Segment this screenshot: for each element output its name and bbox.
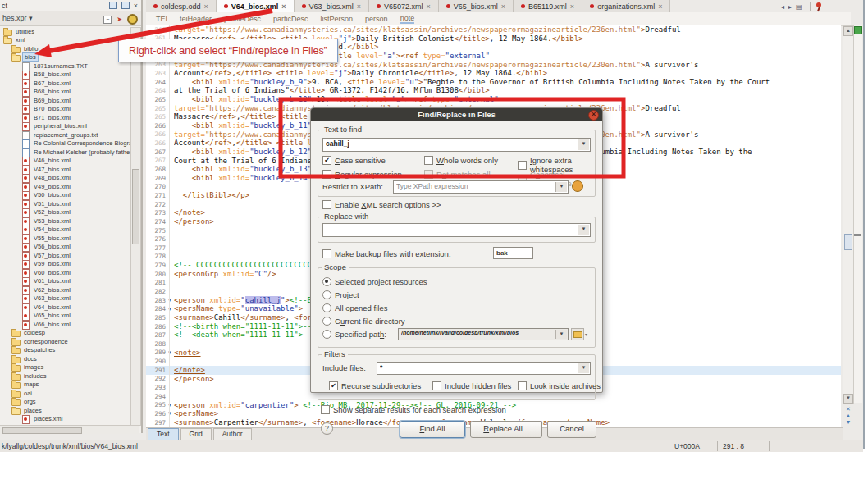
chevron-down-icon[interactable]: ▼ bbox=[578, 225, 589, 235]
chevron-down-icon[interactable]: ▼ bbox=[578, 363, 589, 373]
scrollbar-thumb[interactable] bbox=[844, 234, 852, 250]
browse-folder-icon[interactable] bbox=[571, 328, 584, 340]
chevron-down-icon[interactable]: ▼ bbox=[555, 182, 567, 192]
tree-item-places-xml[interactable]: places.xml bbox=[21, 415, 64, 424]
fold-marker-icon[interactable]: ▼ bbox=[166, 305, 174, 313]
tree-item-coldesp[interactable]: coldesp bbox=[11, 329, 47, 338]
pin-icon[interactable] bbox=[815, 2, 822, 11]
tab-V64_bios-xml[interactable]: V64_bios.xml× bbox=[217, 0, 295, 12]
tree-item-b58-bios-xml[interactable]: B58_bios.xml bbox=[21, 71, 72, 80]
scroll-tabs-left-icon[interactable]: ◂ bbox=[781, 3, 784, 11]
checkbox-recurse-subdirectories[interactable]: ✔Recurse subdirectories bbox=[329, 381, 421, 390]
code-row[interactable]: 264 <bibl xml:id="buckley_b_9">9. BCA, <… bbox=[146, 78, 841, 87]
help-icon[interactable]: ? bbox=[321, 422, 333, 435]
project-tree-vertical-scrollbar[interactable] bbox=[130, 27, 141, 426]
specified-path-input[interactable]: /home/netlink/lyallg/coldesp/trunk/xml/b… bbox=[398, 328, 569, 340]
find-all-button[interactable]: Find All bbox=[400, 421, 465, 438]
breadcrumb-item-particDesc[interactable]: particDesc bbox=[273, 15, 308, 23]
breadcrumb-item-person[interactable]: person bbox=[365, 15, 388, 23]
browse-history-chevron-icon[interactable]: ▾ bbox=[585, 331, 587, 337]
tree-item-v50-bios-xml[interactable]: V50_bios.xml bbox=[21, 191, 72, 200]
radio-selected-project-resources[interactable]: Selected project resources bbox=[322, 277, 427, 286]
editor-split-controls[interactable]: ✕▲▼ bbox=[843, 406, 853, 427]
close-tab-icon[interactable]: × bbox=[658, 2, 662, 11]
tree-item-includes[interactable]: includes bbox=[11, 372, 48, 381]
tree-item-v54-bios-xml[interactable]: V54_bios.xml bbox=[21, 226, 72, 235]
scroll-up-icon[interactable]: ▲ bbox=[843, 26, 853, 36]
dialog-titlebar[interactable]: Find/Replace in Files bbox=[311, 108, 602, 121]
tree-item-b69-bios-xml[interactable]: B69_bios.xml bbox=[21, 96, 72, 105]
tree-item-1871surnames-txt[interactable]: 1871surnames.TXT bbox=[21, 62, 89, 71]
checkbox-regular-expression[interactable]: Regular expression bbox=[322, 170, 402, 179]
tree-item-v46-bios-xml[interactable]: V46_bios.xml bbox=[21, 157, 72, 166]
scroll-tabs-right-icon[interactable]: ▸ bbox=[788, 3, 792, 11]
checkbox-include-hidden-files[interactable]: Include hidden files bbox=[432, 381, 511, 390]
mode-tab-author[interactable]: Author bbox=[213, 428, 252, 440]
mode-tab-grid[interactable]: Grid bbox=[180, 428, 212, 440]
backup-checkbox[interactable]: Make backup files with extension: bbox=[322, 249, 451, 258]
scroll-down-icon[interactable]: ▼ bbox=[843, 394, 853, 404]
tree-item-peripheral-bios-xml[interactable]: peripheral_bios.xml bbox=[21, 122, 89, 131]
tree-item-b67-bios-xml[interactable]: B67_bios.xml bbox=[21, 79, 72, 88]
enable-xml-options-checkbox[interactable]: Enable XML search options >> bbox=[322, 200, 441, 209]
tree-item-v60-bios-xml[interactable]: V60_bios.xml bbox=[21, 268, 72, 277]
dialog-close-icon[interactable]: ✕ bbox=[588, 110, 599, 121]
tree-item-docs[interactable]: docs bbox=[11, 354, 39, 363]
tree-item-replacement-groups-txt[interactable]: replacement_groups.txt bbox=[21, 130, 99, 139]
close-tab-icon[interactable]: × bbox=[204, 2, 208, 11]
breadcrumb-item-teiHeader[interactable]: teiHeader bbox=[180, 15, 212, 23]
breadcrumb-item-listPerson[interactable]: listPerson bbox=[321, 15, 354, 23]
tree-item-v51-bios-xml[interactable]: V51_bios.xml bbox=[21, 199, 72, 208]
radio-specified-path-[interactable]: Specified path: bbox=[322, 330, 386, 339]
tree-item-v56-bios-xml[interactable]: V56_bios.xml bbox=[21, 243, 72, 252]
tree-item-bios[interactable]: bios bbox=[11, 53, 39, 62]
code-row[interactable]: 261target="https://www.canadianmysteries… bbox=[146, 25, 841, 34]
backup-extension-field[interactable]: bak bbox=[493, 247, 533, 259]
tree-item-orgs[interactable]: orgs bbox=[11, 398, 38, 407]
tab-V65_bios-xml[interactable]: V65_bios.xml× bbox=[439, 0, 514, 12]
tree-item-v49-bios-xml[interactable]: V49_bios.xml bbox=[21, 182, 72, 191]
tree-item-v48-bios-xml[interactable]: V48_bios.xml bbox=[21, 174, 72, 183]
tree-item-v57-bios-xml[interactable]: V57_bios.xml bbox=[21, 251, 72, 260]
fold-marker-icon[interactable]: ▼ bbox=[166, 401, 174, 409]
tab-B65119-xml[interactable]: B65119.xml× bbox=[514, 0, 582, 12]
tab-list-icon[interactable]: ▤ bbox=[796, 3, 802, 11]
tree-item-b68-bios-xml[interactable]: B68_bios.xml bbox=[21, 88, 72, 97]
tree-item-v47-bios-xml[interactable]: V47_bios.xml bbox=[21, 165, 72, 174]
restrict-xpath-input[interactable]: Type XPath expression ▼ bbox=[393, 180, 569, 194]
fold-marker-icon[interactable]: ▼ bbox=[166, 409, 174, 417]
radio-all-opened-files[interactable]: All opened files bbox=[322, 303, 387, 312]
tab-V63_bios-xml[interactable]: V63_bios.xml× bbox=[295, 0, 369, 12]
float-panel-icon[interactable] bbox=[109, 2, 117, 9]
close-tab-icon[interactable]: × bbox=[357, 2, 361, 11]
tree-item-v62-bios-xml[interactable]: V62_bios.xml bbox=[21, 285, 72, 294]
code-row[interactable]: 263Account</ref>,</title> <title level="… bbox=[146, 69, 841, 78]
tree-item-b70-bios-xml[interactable]: B70_bios.xml bbox=[21, 105, 72, 114]
breadcrumb-item-profileDesc[interactable]: profileDesc bbox=[224, 15, 261, 23]
close-tab-icon[interactable]: × bbox=[281, 2, 286, 11]
cancel-button[interactable]: Cancel bbox=[547, 421, 596, 438]
mode-tab-text[interactable]: Text bbox=[148, 428, 179, 440]
checkbox-whole-words-only[interactable]: Whole words only bbox=[424, 156, 498, 165]
tree-item-places[interactable]: places bbox=[11, 406, 43, 415]
scrollbar-thumb[interactable] bbox=[2, 427, 82, 434]
settings-gear-icon[interactable] bbox=[127, 14, 138, 25]
close-tab-icon[interactable]: × bbox=[501, 2, 505, 11]
radio-project[interactable]: Project bbox=[322, 290, 359, 299]
project-tree-horizontal-scrollbar[interactable] bbox=[0, 425, 139, 434]
tree-item-re-colonial-correspondence-biographies[interactable]: Re Colonial Correspondence Biographies bbox=[21, 139, 130, 148]
replace-input[interactable]: ▼ bbox=[322, 223, 591, 237]
fold-marker-icon[interactable]: ▼ bbox=[166, 296, 174, 304]
tree-item-v66-bios-xml[interactable]: V66_bios.xml bbox=[21, 320, 72, 329]
link-with-editor-icon[interactable]: ➤ bbox=[116, 16, 122, 23]
tree-item-v65-bios-xml[interactable]: V65_bios.xml bbox=[21, 312, 72, 321]
breadcrumb-item-note[interactable]: note bbox=[400, 14, 415, 24]
tree-item-maps[interactable]: maps bbox=[11, 381, 40, 390]
tree-item-v63-bios-xml[interactable]: V63_bios.xml bbox=[21, 294, 72, 303]
xpath-builder-icon[interactable] bbox=[572, 180, 583, 192]
editor-vertical-scrollbar[interactable]: ▲ ▼ bbox=[843, 25, 854, 404]
tree-item-b71-bios-xml[interactable]: B71_bios.xml bbox=[21, 113, 72, 122]
close-tab-icon[interactable]: × bbox=[570, 2, 574, 11]
tree-item-v64-bios-xml[interactable]: V64_bios.xml bbox=[21, 303, 72, 312]
collapse-all-icon[interactable]: − bbox=[103, 16, 112, 24]
